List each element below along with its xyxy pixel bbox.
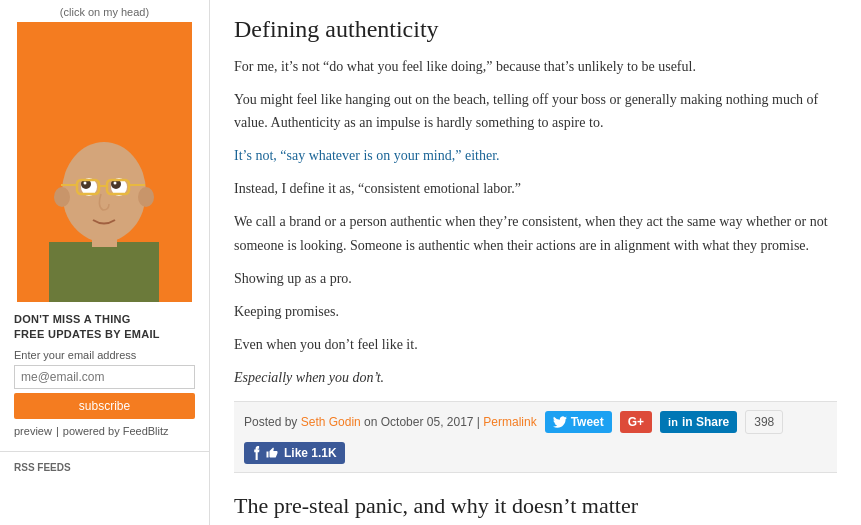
sidebar-image[interactable]: [17, 22, 192, 302]
article-1-para3: It’s not, “say whatever is on your mind,…: [234, 144, 837, 167]
article-1-para8: Even when you don’t feel like it.: [234, 333, 837, 356]
linkedin-label: in Share: [682, 415, 729, 429]
pipe-separator: |: [56, 425, 59, 437]
main-content: Defining authenticity For me, it’s not “…: [210, 0, 861, 525]
facebook-like-button[interactable]: Like 1.1K: [244, 442, 345, 464]
linkedin-button[interactable]: in in Share: [660, 411, 737, 433]
article-2-title: The pre-steal panic, and why it doesn’t …: [234, 493, 837, 519]
rss-feeds-label: RSS FEEDS: [0, 456, 209, 473]
article-2: The pre-steal panic, and why it doesn’t …: [234, 493, 837, 525]
article-1-para4: Instead, I define it as, “consistent emo…: [234, 177, 837, 200]
article-1-title: Defining authenticity: [234, 16, 837, 43]
svg-point-12: [114, 182, 117, 185]
tweet-label: Tweet: [571, 415, 604, 429]
thumbs-up-icon: [266, 447, 278, 459]
person-illustration: [17, 22, 192, 302]
post-meta-bar: Posted by Seth Godin on October 05, 2017…: [234, 401, 837, 473]
svg-point-4: [62, 142, 146, 242]
article-1-para9: Especially when you don’t.: [234, 366, 837, 389]
post-meta-text: Posted by Seth Godin on October 05, 2017…: [244, 415, 537, 429]
share-count: 398: [745, 410, 783, 434]
twitter-icon: [553, 416, 567, 428]
permalink-link[interactable]: Permalink: [483, 415, 536, 429]
article-1-para7: Keeping promises.: [234, 300, 837, 323]
sidebar-email-section: DON'T MISS A THING FREE UPDATES BY EMAIL…: [0, 302, 209, 447]
svg-point-11: [84, 182, 87, 185]
linkedin-in-icon: in: [668, 416, 678, 428]
svg-point-5: [54, 187, 70, 207]
gplus-button[interactable]: G+: [620, 411, 652, 433]
enter-email-label: Enter your email address: [14, 349, 195, 361]
article-1-body: For me, it’s not “do what you feel like …: [234, 55, 837, 389]
like-label: Like 1.1K: [284, 446, 337, 460]
posted-by-label: Posted by: [244, 415, 301, 429]
tweet-button[interactable]: Tweet: [545, 411, 612, 433]
article-1-para2: You might feel like hanging out on the b…: [234, 88, 837, 134]
sidebar-click-hint: (click on my head): [60, 0, 149, 22]
article-1-para1: For me, it’s not “do what you feel like …: [234, 55, 837, 78]
on-date-label: on October 05, 2017 |: [361, 415, 484, 429]
svg-rect-2: [49, 242, 159, 302]
feedblitz-link[interactable]: powered by FeedBlitz: [63, 425, 169, 437]
preview-feedblitz-row: preview | powered by FeedBlitz: [14, 425, 195, 437]
article-1-para5: We call a brand or a person authentic wh…: [234, 210, 837, 256]
sidebar: (click on my head): [0, 0, 210, 525]
email-input[interactable]: [14, 365, 195, 389]
dont-miss-title: DON'T MISS A THING FREE UPDATES BY EMAIL: [14, 312, 195, 343]
facebook-icon: [252, 446, 262, 460]
sidebar-divider: [0, 451, 209, 452]
author-link[interactable]: Seth Godin: [301, 415, 361, 429]
article-1-para6: Showing up as a pro.: [234, 267, 837, 290]
gplus-label: G+: [628, 415, 644, 429]
article-1: Defining authenticity For me, it’s not “…: [234, 16, 837, 473]
subscribe-button[interactable]: subscribe: [14, 393, 195, 419]
svg-point-6: [138, 187, 154, 207]
preview-link[interactable]: preview: [14, 425, 52, 437]
